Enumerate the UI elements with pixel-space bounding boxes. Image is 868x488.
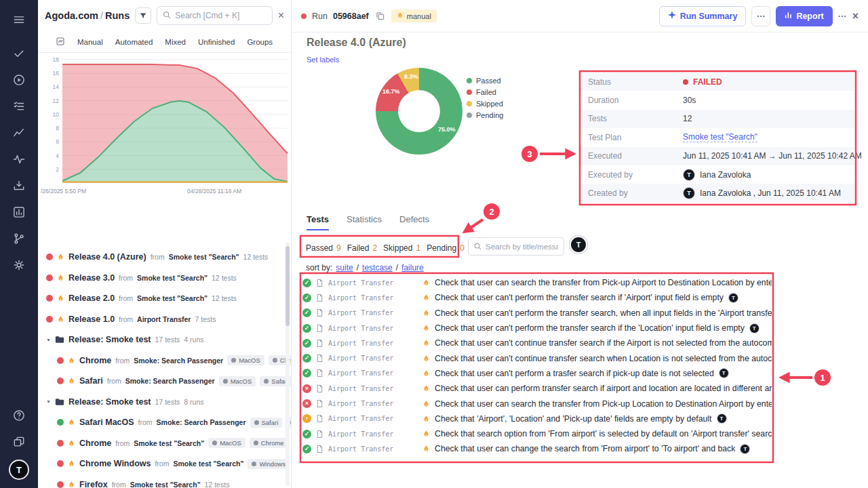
tab-automated[interactable]: Automated — [115, 38, 153, 46]
safari-icon — [264, 379, 269, 384]
info-label: Tests — [588, 114, 683, 123]
sort-suite[interactable]: suite — [336, 263, 353, 272]
runs-search-input[interactable] — [175, 11, 266, 20]
run-row[interactable]: SafarifromSmoke: Search PassengerMacOSSa… — [46, 371, 291, 392]
runs-search[interactable] — [157, 6, 272, 25]
filter-passed[interactable]: Passed9 — [306, 243, 341, 253]
filter-failed[interactable]: Failed2 — [347, 243, 377, 253]
test-plan-link[interactable]: Smoke test "Search" — [683, 132, 757, 142]
tests-search[interactable] — [468, 237, 564, 256]
tab-tests[interactable]: Tests — [307, 214, 329, 230]
info-label: Executed by — [588, 170, 683, 180]
filter-pending[interactable]: Pending0 — [427, 243, 465, 253]
project-name[interactable]: Agoda.com — [45, 10, 98, 21]
fire-icon — [57, 294, 64, 302]
run-tests-count: 12 tests — [243, 253, 269, 261]
app: T Agoda.com/Runs × Manual Automated Mixe… — [0, 0, 868, 488]
tab-mixed[interactable]: Mixed — [165, 38, 186, 46]
fire-icon — [57, 315, 64, 323]
test-row[interactable]: ✓Airport TransferCheck that user can't c… — [302, 350, 772, 365]
testcase-icon — [316, 369, 323, 378]
info-value: Jun 11, 2025 10:41 AM → Jun 11, 2025 10:… — [683, 151, 862, 161]
run-status-icon — [57, 460, 64, 467]
checklist-icon[interactable] — [9, 98, 29, 115]
trend-icon[interactable] — [9, 124, 29, 142]
report-button[interactable]: Report — [776, 6, 832, 26]
run-row[interactable]: Release 1.0fromAirport Transfer7 tests — [46, 309, 291, 330]
test-row[interactable]: ×Airport TransferCheck that user can per… — [302, 381, 772, 396]
sort-failure[interactable]: failure — [401, 263, 424, 272]
test-title: Check that user can't continue transfer … — [435, 354, 772, 363]
test-status-icon: ✓ — [302, 354, 311, 363]
donut-legend: Passed Failed Skipped Pending — [467, 77, 503, 119]
close-run-button[interactable]: × — [852, 10, 859, 22]
tab-manual[interactable]: Manual — [77, 38, 103, 46]
analytics-icon[interactable] — [9, 203, 29, 221]
run-row[interactable]: ChromefromSmoke: Search PassengerMacOSCh… — [46, 350, 291, 371]
run-row[interactable]: Release 4.0 (Azure)fromSmoke test "Searc… — [46, 247, 291, 268]
branch-icon[interactable] — [9, 230, 29, 247]
runs-chart-icon[interactable] — [56, 37, 65, 47]
tab-defects[interactable]: Defects — [399, 214, 429, 230]
run-summary-button[interactable]: Run Summary — [659, 6, 747, 26]
scrollbar-thumb[interactable] — [285, 246, 290, 326]
test-row[interactable]: ✓Airport TransferCheck that user can't p… — [302, 366, 772, 381]
fire-icon — [68, 439, 75, 447]
folder-icon — [55, 398, 64, 406]
help-icon[interactable] — [9, 407, 29, 424]
test-row[interactable]: ✓Airport TransferCheck that user can't p… — [302, 290, 772, 305]
chevron-down-icon[interactable]: ▼ — [46, 338, 51, 342]
test-row[interactable]: ✓Airport TransferCheck that user can't c… — [302, 336, 772, 350]
folder-runs-count: 4 runs — [184, 336, 203, 344]
test-row[interactable]: ✓Airport TransferCheck that user can't p… — [302, 306, 772, 321]
test-row[interactable]: ✓Airport TransferCheck that search optio… — [302, 426, 772, 441]
test-title: Check that user can search the transfer … — [435, 399, 772, 409]
run-row[interactable]: Chrome WindowsfromSmoke test "Search"Win… — [46, 453, 291, 474]
run-status-icon — [46, 295, 53, 302]
fire-icon — [57, 274, 64, 282]
user-filter-avatar[interactable]: T — [570, 236, 587, 253]
run-name: Chrome — [79, 356, 111, 365]
runs-trend-chart-wrap: 24681012141618/26/2025 5:50 PM04/28/2025… — [38, 53, 291, 199]
more-button[interactable]: ··· — [751, 6, 770, 26]
test-row[interactable]: ›Airport TransferCheck that 'Airport', '… — [302, 411, 772, 426]
settings-gear-icon[interactable] — [9, 256, 29, 274]
tests-search-input[interactable] — [486, 243, 558, 251]
import-icon[interactable] — [9, 177, 29, 195]
sort-bar: sort by: suite / testcase / failure — [306, 263, 424, 272]
runs-play-icon[interactable] — [9, 71, 29, 89]
filter-button[interactable] — [135, 7, 151, 24]
run-row[interactable]: Safari MacOSfromSmoke: Search PassengerS… — [46, 412, 291, 433]
panel-scrollbar[interactable] — [285, 243, 290, 486]
sort-testcase[interactable]: testcase — [362, 263, 393, 272]
run-row[interactable]: Release 2.0fromSmoke test "Search"12 tes… — [46, 288, 291, 309]
more-button-secondary[interactable]: ··· — [838, 11, 847, 21]
run-folder-row[interactable]: ▼Release: Smoke test17 tests8 runs — [46, 392, 291, 413]
tab-groups[interactable]: Groups — [247, 38, 273, 46]
test-row[interactable]: ✓Airport TransferCheck that user can cha… — [302, 441, 772, 456]
menu-icon[interactable] — [9, 11, 29, 28]
fire-icon — [422, 430, 430, 438]
close-panel-button[interactable]: × — [278, 9, 284, 22]
run-row[interactable]: Release 3.0fromSmoke test "Search"12 tes… — [46, 268, 291, 289]
filter-skipped[interactable]: Skipped1 — [383, 243, 420, 253]
tests-check-icon[interactable] — [9, 45, 29, 62]
test-row[interactable]: ✓Airport TransferCheck that user can't p… — [302, 321, 772, 336]
test-row[interactable]: ✓Airport TransferCheck that user can sea… — [302, 275, 772, 290]
test-row[interactable]: ×Airport TransferCheck that user can sea… — [302, 396, 772, 411]
set-labels-link[interactable]: Set labels — [307, 56, 339, 64]
fire-icon — [422, 324, 430, 332]
search-icon — [163, 9, 171, 22]
pulse-icon[interactable] — [9, 150, 29, 168]
tab-statistics[interactable]: Statistics — [347, 214, 382, 230]
info-row: Tests12 — [580, 110, 854, 128]
run-row[interactable]: FirefoxfromSmoke test "Search"12 tests — [46, 474, 291, 488]
chevron-down-icon[interactable]: ▼ — [46, 399, 51, 404]
run-row[interactable]: ChromefromSmoke test "Search"MacOSChrome — [46, 433, 291, 454]
user-avatar[interactable]: T — [9, 460, 29, 480]
projects-icon[interactable] — [9, 433, 29, 451]
run-folder-row[interactable]: ▼Release: Smoke test17 tests4 runs — [46, 329, 291, 350]
copy-icon[interactable] — [374, 10, 386, 22]
svg-text:2: 2 — [56, 166, 59, 173]
tab-unfinished[interactable]: Unfinished — [198, 38, 235, 46]
